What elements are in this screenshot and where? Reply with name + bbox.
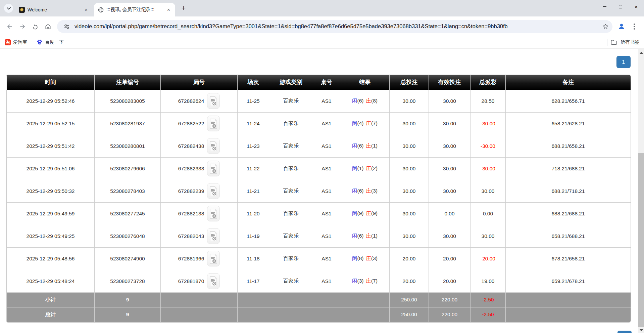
remark: 659.21/678.21 xyxy=(506,270,631,292)
tab-close-icon[interactable]: × xyxy=(165,7,172,13)
payout: 28.50 xyxy=(470,90,506,112)
home-button[interactable] xyxy=(42,20,54,33)
session-number: 11-17 xyxy=(238,270,269,292)
star-icon xyxy=(602,23,609,30)
round-number: 672882138 xyxy=(178,211,204,217)
result-player-points: (3) xyxy=(357,278,364,284)
game-type: 百家乐 xyxy=(269,180,313,202)
pagination-page-1-button[interactable]: 1 xyxy=(616,56,631,68)
bet-time: 2025-12-29 05:48:56 xyxy=(7,247,95,270)
video-file-icon xyxy=(209,209,217,219)
reload-icon xyxy=(32,23,39,30)
round-cell: 672881966 xyxy=(161,247,238,270)
table-row: 2025-12-29 05:49:59 523080277245 6728821… xyxy=(7,202,631,225)
result-player: 闲 xyxy=(352,188,357,194)
maximize-button[interactable] xyxy=(612,0,628,13)
browser-menu-button[interactable] xyxy=(628,20,641,33)
tab-betrecord[interactable]: :::视讯, 会员下注纪录::: × xyxy=(94,3,175,16)
profile-button[interactable] xyxy=(615,20,628,33)
folder-icon xyxy=(611,40,617,45)
total-valid-bet: 220.00 xyxy=(429,307,470,322)
result-banker-points: (3) xyxy=(371,188,378,194)
site-settings-button[interactable] xyxy=(62,22,72,32)
back-arrow-icon xyxy=(6,23,13,30)
total-total-bet: 250.00 xyxy=(390,307,429,322)
bookmark-label: 百度一下 xyxy=(45,39,64,45)
svg-text:du: du xyxy=(39,42,41,44)
result-cell: 闲(6)庄(1) xyxy=(340,225,390,247)
bookmark-baidu[interactable]: du 百度一下 xyxy=(37,39,64,45)
video-file-icon xyxy=(209,119,217,129)
column-header: 注单编号 xyxy=(95,75,161,90)
scroll-up-button[interactable] xyxy=(638,50,644,55)
bookmark-taobao[interactable]: 淘 爱淘宝 xyxy=(5,39,27,45)
globe-icon xyxy=(98,7,104,13)
scrollbar-thumb[interactable] xyxy=(638,153,644,327)
table-number: AS1 xyxy=(313,270,340,292)
tab-title: :::视讯, 会员下注纪录::: xyxy=(106,7,163,13)
close-icon: × xyxy=(635,4,638,10)
result-player-points: (6) xyxy=(357,233,364,239)
result-banker: 庄 xyxy=(366,143,371,149)
tab-close-icon[interactable]: × xyxy=(83,7,89,13)
result-player-points: (6) xyxy=(357,143,364,149)
address-bar[interactable]: videoie.com/ipl/portal.php/game/betrecor… xyxy=(57,20,612,33)
video-replay-button[interactable] xyxy=(207,138,220,154)
video-replay-button[interactable] xyxy=(207,251,220,266)
game-type: 百家乐 xyxy=(269,270,313,292)
result-player: 闲 xyxy=(352,255,357,261)
table-row: 2025-12-29 05:51:06 523080279606 6728823… xyxy=(7,157,631,180)
round-cell: 672881870 xyxy=(161,270,238,292)
valid-bet: 30.00 xyxy=(429,157,470,180)
bet-time: 2025-12-29 05:49:59 xyxy=(7,202,95,225)
video-file-icon xyxy=(209,164,217,174)
payout: 30.00 xyxy=(470,225,506,247)
result-banker: 庄 xyxy=(366,120,371,126)
result-player: 闲 xyxy=(352,143,357,149)
total-payout: -2.50 xyxy=(470,307,506,322)
table-number: AS1 xyxy=(313,180,340,202)
reload-button[interactable] xyxy=(29,20,42,33)
new-tab-button[interactable]: + xyxy=(179,4,188,13)
taobao-icon: 淘 xyxy=(5,39,11,45)
video-replay-button[interactable] xyxy=(207,116,220,131)
video-replay-button[interactable] xyxy=(207,273,220,289)
pagination-bottom-partial[interactable] xyxy=(617,331,632,333)
back-button[interactable] xyxy=(3,20,16,33)
video-replay-button[interactable] xyxy=(207,206,220,221)
table-number: AS1 xyxy=(313,157,340,180)
subtotal-count: 9 xyxy=(95,292,161,307)
table-row: 2025-12-29 05:52:15 523080281937 6728825… xyxy=(7,112,631,135)
result-player: 闲 xyxy=(352,233,357,239)
total-count: 9 xyxy=(95,307,161,322)
minimize-button[interactable] xyxy=(597,0,612,13)
result-cell: 闲(1)庄(2) xyxy=(340,157,390,180)
round-number: 672882438 xyxy=(178,143,204,149)
table-row: 2025-12-29 05:48:24 523080273728 6728818… xyxy=(7,270,631,292)
total-row: 总计 9 250.00 220.00 -2.50 xyxy=(7,307,631,322)
bet-number: 523080283005 xyxy=(95,90,161,112)
video-replay-button[interactable] xyxy=(207,228,220,244)
vertical-scrollbar[interactable] xyxy=(638,49,644,333)
bet-time: 2025-12-29 05:51:06 xyxy=(7,157,95,180)
close-window-button[interactable]: × xyxy=(628,0,644,13)
remark: 658.21/628.21 xyxy=(506,112,631,135)
url-text[interactable]: videoie.com/ipl/portal.php/game/betrecor… xyxy=(75,23,597,30)
table-row: 2025-12-29 05:48:56 523080274900 6728819… xyxy=(7,247,631,270)
game-type: 百家乐 xyxy=(269,225,313,247)
round-cell: 672882333 xyxy=(161,157,238,180)
video-replay-button[interactable] xyxy=(207,93,220,109)
all-bookmarks-label[interactable]: 所有书签 xyxy=(621,39,639,45)
valid-bet: 20.00 xyxy=(429,247,470,270)
scroll-down-button[interactable] xyxy=(638,327,644,333)
tab-search-button[interactable] xyxy=(4,4,13,13)
video-replay-button[interactable] xyxy=(207,183,220,199)
round-number: 672882333 xyxy=(178,166,204,172)
bet-number: 523080274900 xyxy=(95,247,161,270)
page-content: 1 时间注单编号局号场次游戏类别桌号结果总投注有效投注总派彩备注 2025-12… xyxy=(0,49,644,333)
bookmark-star-button[interactable] xyxy=(600,22,610,32)
forward-button[interactable] xyxy=(16,20,29,33)
video-replay-button[interactable] xyxy=(207,161,220,176)
kebab-menu-icon xyxy=(634,24,635,30)
tab-welcome[interactable]: Welcome × xyxy=(15,3,93,16)
